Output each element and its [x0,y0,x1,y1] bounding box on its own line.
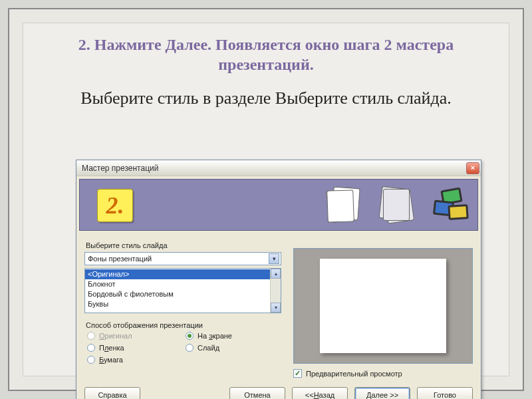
wizard-dialog: Мастер презентаций × 2. [76,160,481,399]
checkbox-icon[interactable] [293,369,302,378]
next-button[interactable]: Далее >> [354,387,410,399]
back-button[interactable]: << Назад [292,387,348,399]
radio-film[interactable]: Пленка [87,344,186,352]
banner-icons [321,186,471,225]
dialog-title: Мастер презентаций [82,164,466,173]
left-column: Выберите стиль слайда Фоны презентаций ▾… [84,239,284,379]
help-button[interactable]: Справка [84,387,140,399]
wizard-banner: 2. [79,179,478,231]
radio-label: Пленка [99,344,124,352]
radio-icon [87,356,95,364]
output-section-label: Способ отображения презентации [86,321,284,329]
right-column: Предварительный просмотр [293,239,473,379]
slide-outer-frame: 2. Нажмите Далее. Появляется окно шага 2… [8,8,524,391]
pages-grey-icon [374,186,418,225]
titlebar[interactable]: Мастер презентаций × [76,160,481,176]
radio-label: Оригинал [99,332,132,340]
step-badge: 2. [97,189,133,222]
cancel-button[interactable]: Отмена [229,387,285,399]
radio-label: Бумага [99,356,123,364]
combo-value: Фоны презентаций [88,255,152,263]
radio-paper[interactable]: Бумага [87,356,186,364]
radio-icon [186,344,194,352]
pages-white-icon [321,186,364,225]
radio-grid: Оригинал На экране Пленка [87,332,284,364]
list-item[interactable]: Блокнот [85,279,281,289]
slide-title: 2. Нажмите Далее. Появляется окно шага 2… [23,23,509,78]
listbox-scrollbar[interactable]: ▴ ▾ [270,269,281,313]
scroll-down-button[interactable]: ▾ [271,303,281,313]
preview-checkbox-label: Предварительный просмотр [306,370,402,378]
list-item[interactable]: Бордовый с фиолетовым [85,289,281,299]
style-category-combo[interactable]: Фоны презентаций ▾ [84,252,281,265]
list-item[interactable]: Буквы [85,299,281,309]
radio-icon [87,332,95,340]
style-listbox[interactable]: <Оригинал> Блокнот Бордовый с фиолетовым… [84,268,281,313]
close-button[interactable]: × [466,162,479,174]
button-bar: Справка Отмена << Назад Далее >> Готово [76,383,481,399]
radio-icon [87,344,95,352]
list-item[interactable]: <Оригинал> [85,269,281,279]
radio-label: На экране [198,332,232,340]
scroll-up-button[interactable]: ▴ [271,269,281,279]
radio-original: Оригинал [87,332,186,340]
preview-area [293,248,473,364]
radio-slide[interactable]: Слайд [186,344,284,352]
slide-inner: 2. Нажмите Далее. Появляется окно шага 2… [23,23,509,376]
preview-checkbox-row[interactable]: Предварительный просмотр [293,369,473,378]
preview-page [320,259,446,353]
slide-subtitle: Выберите стиль в разделе Выберите стиль … [23,78,509,115]
radio-label: Слайд [198,344,219,352]
style-section-label: Выберите стиль слайда [86,241,284,249]
radio-icon [186,332,194,340]
monitors-icon [427,186,471,225]
output-section: Способ отображения презентации Оригинал … [84,321,284,364]
radio-screen[interactable]: На экране [186,332,284,340]
scroll-track[interactable] [271,279,281,303]
combo-dropdown-button[interactable]: ▾ [269,253,279,264]
dialog-body: Выберите стиль слайда Фоны презентаций ▾… [76,233,481,383]
finish-button[interactable]: Готово [417,387,473,399]
